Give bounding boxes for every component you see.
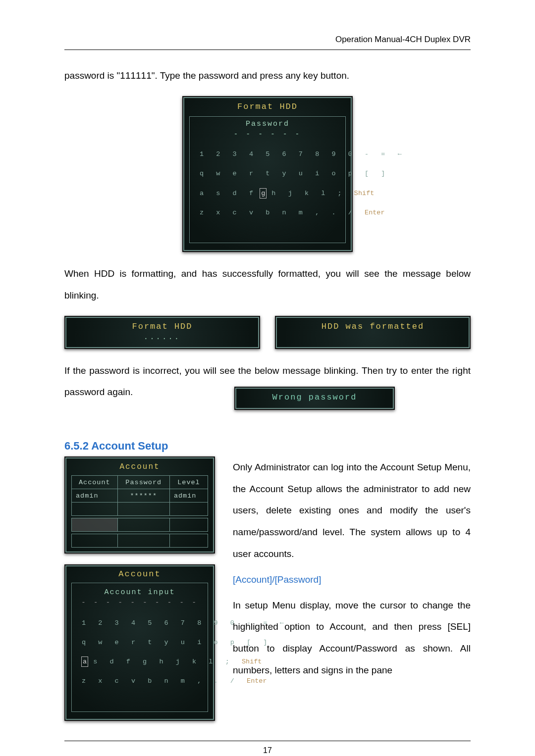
table-row <box>72 503 208 516</box>
figure-row-format-status: Format HDD ...... HDD was formatted <box>64 316 471 349</box>
cell-account: admin <box>72 489 118 503</box>
kbd-row: 1 2 3 4 5 6 7 8 9 0 - = ← <box>200 150 335 159</box>
osd-password-dots: - - - - - - <box>195 130 340 138</box>
osd-account-table: Account Account Password Level admin ***… <box>64 456 215 554</box>
cell-password: ****** <box>117 489 169 503</box>
osd-dots: ...... <box>65 333 259 341</box>
osd-banner-formatting: Format HDD ...... <box>64 316 260 349</box>
cell-account-selected <box>72 518 118 532</box>
cell-level <box>169 534 208 548</box>
osd-input-dashes: - - - - - - - - - - <box>77 599 203 606</box>
kbd-row: a s d f g h j k l ; Shift <box>82 657 198 667</box>
osd-title: Account <box>65 457 214 475</box>
page-header: Operation Manual-4CH Duplex DVR <box>64 35 471 45</box>
table-row <box>72 518 208 532</box>
th-password: Password <box>117 476 169 489</box>
cell-password <box>117 503 169 516</box>
kbd-row: a s d f g h j k l ; Shift <box>200 189 335 199</box>
table-row <box>72 534 208 548</box>
osd-account-input: Account Account input - - - - - - - - - … <box>64 564 215 721</box>
paragraph: In setup Menu display, move the cursor t… <box>233 595 471 681</box>
text-column: Only Administrator can log into the Acco… <box>233 456 471 690</box>
account-table: Account Password Level admin ****** admi… <box>71 475 208 548</box>
osd-banner-wrong-password: Wrong password <box>234 387 395 410</box>
kbd-row: z x c v b n m , . / Enter <box>200 208 335 218</box>
kbd-row: q w e r t y u i o p [ ] <box>82 638 198 648</box>
osd-title: Format HDD <box>183 102 352 111</box>
cell-level <box>169 503 208 516</box>
osd-keyboard: 1 2 3 4 5 6 7 8 9 0 - = ← q w e r t y u … <box>195 138 340 240</box>
osd-panel: Format HDD Password - - - - - - 1 2 3 4 … <box>182 96 353 252</box>
footer-rule <box>64 741 471 741</box>
osd-title: Account <box>65 569 214 579</box>
cell-account <box>72 503 118 516</box>
osd-subtitle: Account input <box>77 588 203 597</box>
osd-subtitle: Password <box>195 120 340 128</box>
th-account: Account <box>72 476 118 489</box>
kbd-highlighted-key: a <box>82 657 88 667</box>
paragraph: When HDD is formatting, and has successf… <box>64 263 471 306</box>
document-page: Operation Manual-4CH Duplex DVR password… <box>0 0 535 756</box>
th-level: Level <box>169 476 208 489</box>
table-header-row: Account Password Level <box>72 476 208 489</box>
cell-account <box>72 534 118 548</box>
header-rule <box>64 50 471 50</box>
cell-password <box>117 534 169 548</box>
figure-format-hdd-password: Format HDD Password - - - - - - 1 2 3 4 … <box>64 96 471 252</box>
osd-banner-formatted: HDD was formatted <box>275 316 471 349</box>
subheading-account-password: [Account]/[Password] <box>233 574 471 585</box>
cell-level: admin <box>169 489 208 503</box>
two-column-block: Account Account Password Level admin ***… <box>64 456 471 721</box>
figure-column: Account Account Password Level admin ***… <box>64 456 213 721</box>
section-heading: 6.5.2 Account Setup <box>64 440 471 453</box>
cell-password <box>117 518 169 532</box>
kbd-row: 1 2 3 4 5 6 7 8 9 0 - = ← <box>82 618 198 628</box>
figure-wrong-password: Wrong password <box>159 387 471 410</box>
page-number: 17 <box>64 746 471 755</box>
osd-inner-box: Account input - - - - - - - - - - 1 2 3 … <box>71 583 208 712</box>
kbd-row: q w e r t y u i o p [ ] <box>200 169 335 179</box>
paragraph: Only Administrator can log into the Acco… <box>233 456 471 564</box>
kbd-row: z x c v b n m , . / Enter <box>82 676 198 686</box>
paragraph: password is "111111". Type the password … <box>64 65 471 87</box>
osd-keyboard: 1 2 3 4 5 6 7 8 9 0 - = ← q w e r t y u … <box>77 606 203 708</box>
kbd-highlighted-key: g <box>260 189 266 199</box>
cell-level <box>169 518 208 532</box>
osd-inner-box: Password - - - - - - 1 2 3 4 5 6 7 8 9 0… <box>189 116 346 244</box>
table-row: admin ****** admin <box>72 489 208 503</box>
